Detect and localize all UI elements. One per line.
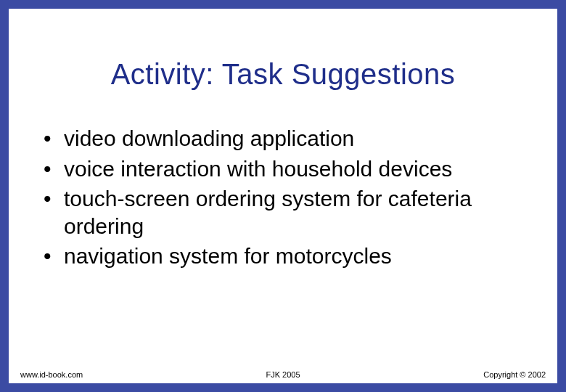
- slide-footer: www.id-book.com FJK 2005 Copyright © 200…: [20, 364, 546, 379]
- list-item: voice interaction with household devices: [44, 155, 522, 183]
- footer-right: Copyright © 2002: [483, 370, 546, 379]
- list-item: video downloading application: [44, 125, 522, 152]
- slide-body: video downloading application voice inte…: [44, 125, 522, 273]
- slide: Activity: Task Suggestions video downloa…: [9, 9, 557, 383]
- slide-title: Activity: Task Suggestions: [9, 58, 557, 91]
- bullet-list: video downloading application voice inte…: [44, 125, 522, 270]
- footer-center: FJK 2005: [20, 370, 546, 379]
- list-item: navigation system for motorcycles: [44, 242, 522, 270]
- list-item: touch-screen ordering system for cafeter…: [44, 185, 522, 240]
